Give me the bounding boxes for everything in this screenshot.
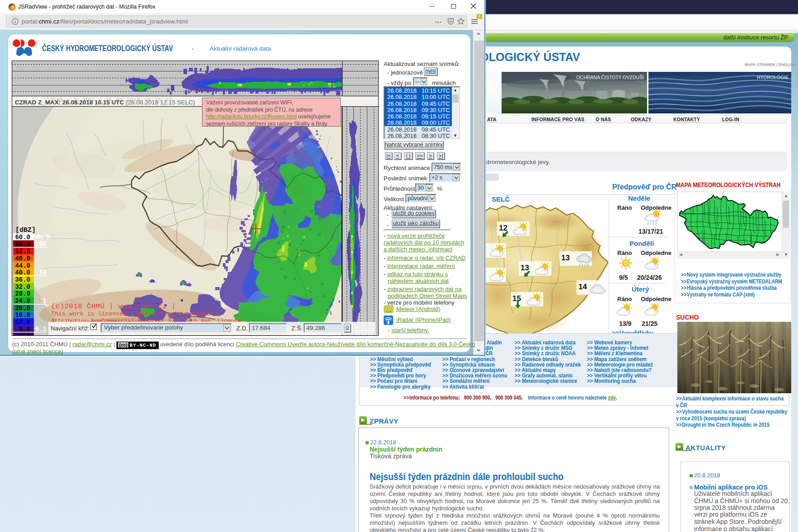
svg-text:24.0: 24.0	[15, 297, 30, 305]
svg-text:[dBZ]: [dBZ]	[15, 226, 36, 234]
svg-text:52.0: 52.0	[15, 248, 30, 255]
svg-text:1: 1	[43, 297, 47, 305]
svg-text:HYDROLOGIE: HYDROLOGIE	[757, 75, 789, 80]
svg-text:48.0: 48.0	[15, 255, 30, 262]
svg-text:32.0: 32.0	[15, 283, 30, 291]
svg-text:(c)2018 ČHMÚ | www.chmi.cz |: (c)2018 ČHMÚ | www.chmi.cz |	[51, 302, 176, 311]
svg-text:40.0: 40.0	[15, 269, 30, 276]
svg-text:mm/h: mm/h	[35, 233, 50, 240]
svg-text:12.0: 12.0	[15, 319, 30, 326]
svg-text:0.1: 0.1	[35, 325, 47, 333]
svg-text:10: 10	[39, 269, 47, 276]
svg-text:28.0: 28.0	[15, 290, 30, 297]
svg-text:44.0: 44.0	[15, 262, 30, 269]
svg-text:60.0: 60.0	[15, 234, 30, 241]
svg-text:20.0: 20.0	[15, 305, 30, 312]
svg-text:100: 100	[35, 240, 47, 248]
svg-text:16.0: 16.0	[15, 311, 30, 319]
svg-text:36.0: 36.0	[15, 276, 30, 283]
svg-text:This work is licensed under a: This work is licensed under a Creative C…	[51, 311, 217, 317]
svg-text:OCHRANA ČISTOTY OVZDUŠÍ: OCHRANA ČISTOTY OVZDUŠÍ	[576, 75, 644, 80]
